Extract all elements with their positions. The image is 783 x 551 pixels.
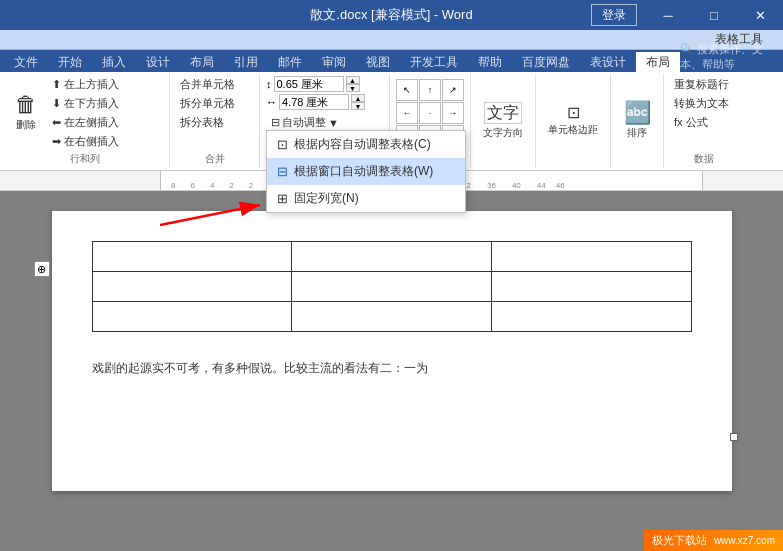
content-area: ⊕ (0, 191, 783, 551)
document-page: ⊕ (52, 211, 732, 491)
text-direction-icon: 文字 (484, 102, 522, 124)
height-down-arrow[interactable]: ▼ (346, 84, 360, 92)
tab-table-layout[interactable]: 布局 (636, 52, 680, 72)
table-row (92, 272, 691, 302)
table-cell[interactable] (292, 242, 492, 272)
insert-right-label: 在右侧插入 (64, 134, 119, 149)
group-merge: 合并单元格 拆分单元格 拆分表格 合并 (170, 74, 260, 168)
restore-button[interactable]: □ (691, 0, 737, 30)
width-input[interactable] (279, 94, 349, 110)
auto-adjust-wrapper: ⊟ 自动调整 ▼ ⊡ 根据内容自动调整表格(C) ⊟ 根据窗口自动调整表格(W) (266, 112, 344, 133)
insert-above-button[interactable]: ⬆ 在上方插入 (48, 76, 123, 93)
cell-margin-label: 单元格边距 (548, 123, 598, 137)
height-icon: ↕ (266, 78, 272, 90)
align-top-center[interactable]: ↑ (419, 79, 441, 101)
convert-button[interactable]: 转换为文本 (670, 95, 733, 112)
text-direction-button[interactable]: 文字 文字方向 (477, 98, 529, 144)
align-top-right[interactable]: ↗ (442, 79, 464, 101)
watermark-url: www.xz7.com (714, 535, 775, 546)
align-middle-left[interactable]: ← (396, 102, 418, 124)
tab-developer[interactable]: 开发工具 (400, 52, 468, 72)
cell-margin-button[interactable]: ⊡ 单元格边距 (542, 101, 604, 141)
tab-home[interactable]: 开始 (48, 52, 92, 72)
table-resize-handle[interactable] (730, 433, 738, 441)
tab-view[interactable]: 视图 (356, 52, 400, 72)
merge-cells-button[interactable]: 合并单元格 (176, 76, 239, 93)
height-arrows: ▲ ▼ (346, 76, 360, 92)
tab-insert[interactable]: 插入 (92, 52, 136, 72)
tab-references[interactable]: 引用 (224, 52, 268, 72)
sort-label: 排序 (627, 126, 647, 140)
insert-left-icon: ⬅ (52, 116, 61, 129)
search-help-text: 🔍 搜索操作、文本、帮助等 (680, 42, 775, 72)
insert-left-label: 在左侧插入 (64, 115, 119, 130)
table-cell[interactable] (292, 302, 492, 332)
dropdown-item-content[interactable]: ⊡ 根据内容自动调整表格(C) (267, 131, 465, 158)
group-cell-size: ↕ ▲ ▼ ↔ ▲ ▼ (260, 74, 390, 168)
group-row-col: 🗑 删除 ⬆ 在上方插入 ⬇ 在下方插入 ⬅ 在左侧插入 (0, 74, 170, 168)
watermark: 极光下载站 www.xz7.com (644, 530, 783, 551)
tab-review[interactable]: 审阅 (312, 52, 356, 72)
content-adjust-icon: ⊡ (277, 137, 288, 152)
tab-layout[interactable]: 布局 (180, 52, 224, 72)
table-cell[interactable] (491, 242, 691, 272)
table-row (92, 302, 691, 332)
insert-right-button[interactable]: ➡ 在右侧插入 (48, 133, 123, 150)
width-up-arrow[interactable]: ▲ (351, 94, 365, 102)
delete-button[interactable]: 🗑 删除 (6, 90, 46, 136)
dropdown-item-fixed[interactable]: ⊞ 固定列宽(N) (267, 185, 465, 212)
tab-baidu[interactable]: 百度网盘 (512, 52, 580, 72)
window-title: 散文.docx [兼容模式] - Word (310, 6, 472, 24)
formula-label: fx 公式 (674, 115, 708, 130)
tab-help[interactable]: 帮助 (468, 52, 512, 72)
insert-below-button[interactable]: ⬇ 在下方插入 (48, 95, 123, 112)
table-row (92, 242, 691, 272)
height-up-arrow[interactable]: ▲ (346, 76, 360, 84)
dropdown-item-window[interactable]: ⊟ 根据窗口自动调整表格(W) (267, 158, 465, 185)
content-adjust-label: 根据内容自动调整表格(C) (294, 136, 431, 153)
table-handle[interactable]: ⊕ (34, 261, 50, 277)
ribbon-content: 🗑 删除 ⬆ 在上方插入 ⬇ 在下方插入 ⬅ 在左侧插入 (0, 72, 783, 171)
sort-button[interactable]: 🔤 排序 (617, 98, 657, 144)
tab-file[interactable]: 文件 (4, 52, 48, 72)
table-cell[interactable] (491, 302, 691, 332)
table-cell[interactable] (92, 272, 292, 302)
tab-mailings[interactable]: 邮件 (268, 52, 312, 72)
tab-table-design[interactable]: 表设计 (580, 52, 636, 72)
auto-adjust-icon: ⊟ (271, 116, 280, 129)
tab-design[interactable]: 设计 (136, 52, 180, 72)
close-button[interactable]: ✕ (737, 0, 783, 30)
merge-cells-label: 合并单元格 (180, 77, 235, 92)
align-middle-right[interactable]: → (442, 102, 464, 124)
auto-adjust-label: 自动调整 (282, 115, 326, 130)
window-adjust-label: 根据窗口自动调整表格(W) (294, 163, 433, 180)
width-down-arrow[interactable]: ▼ (351, 102, 365, 110)
login-button[interactable]: 登录 (591, 4, 637, 26)
align-middle-center[interactable]: · (419, 102, 441, 124)
table-cell[interactable] (92, 242, 292, 272)
red-arrow (160, 195, 280, 238)
document-table (92, 241, 692, 332)
height-row: ↕ ▲ ▼ (266, 76, 360, 92)
table-cell[interactable] (491, 272, 691, 302)
insert-above-label: 在上方插入 (64, 77, 119, 92)
scroll-area[interactable]: ⊕ (0, 191, 783, 551)
insert-right-icon: ➡ (52, 135, 61, 148)
table-cell[interactable] (92, 302, 292, 332)
group-data: 重复标题行 转换为文本 fx 公式 数据 (664, 74, 744, 168)
formula-button[interactable]: fx 公式 (670, 114, 712, 131)
cell-margin-icon: ⊡ (567, 105, 580, 121)
minimize-button[interactable]: ─ (645, 0, 691, 30)
cell-margin-content: ⊡ 单元格边距 (542, 76, 604, 166)
insert-left-button[interactable]: ⬅ 在左侧插入 (48, 114, 123, 131)
width-row: ↔ ▲ ▼ (266, 94, 365, 110)
group-cell-margin: ⊡ 单元格边距 (536, 74, 611, 168)
repeat-header-button[interactable]: 重复标题行 (670, 76, 733, 93)
fixed-width-label: 固定列宽(N) (294, 190, 359, 207)
split-table-button[interactable]: 拆分表格 (176, 114, 228, 131)
table-cell[interactable] (292, 272, 492, 302)
insert-below-icon: ⬇ (52, 97, 61, 110)
split-cells-button[interactable]: 拆分单元格 (176, 95, 239, 112)
align-top-left[interactable]: ↖ (396, 79, 418, 101)
height-input[interactable] (274, 76, 344, 92)
